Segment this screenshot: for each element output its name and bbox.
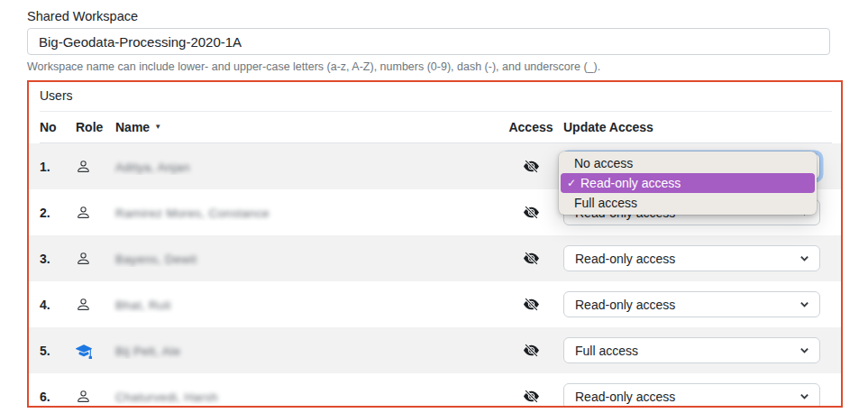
update-access-select[interactable]: Read-only access	[563, 383, 820, 408]
column-header-update-access: Update Access	[563, 120, 832, 134]
column-header-name-label: Name	[115, 120, 150, 134]
table-row: 5. Bij Pelt, Ale Full access	[29, 327, 841, 373]
row-number: 3.	[40, 252, 69, 266]
person-icon	[76, 389, 91, 404]
users-section-title: Users	[40, 88, 832, 103]
eye-slash-icon	[524, 389, 539, 404]
user-name-redacted: Bayens, Dewit	[115, 252, 196, 266]
column-header-role: Role	[69, 120, 106, 134]
update-access-select[interactable]: Full access	[563, 337, 820, 363]
row-number: 6.	[40, 390, 69, 404]
dropdown-option[interactable]: ✓Read-only access	[561, 173, 815, 193]
users-table-header: No Role Name ▼ Access Update Access	[40, 112, 832, 142]
person-icon	[76, 297, 91, 312]
workspace-name-help-text: Workspace name can include lower- and up…	[27, 60, 868, 74]
person-icon	[76, 205, 91, 220]
users-section: Users No Role Name ▼ Access Update Acces…	[27, 80, 843, 408]
eye-slash-icon	[524, 297, 539, 312]
row-number: 1.	[40, 160, 69, 174]
graduation-cap-icon	[76, 343, 92, 359]
row-number: 2.	[40, 206, 69, 220]
user-name-redacted: Ramirez Mores, Constance	[115, 206, 270, 220]
user-name-redacted: Bhat, Ruli	[115, 298, 171, 312]
eye-slash-icon	[524, 251, 539, 266]
column-header-no: No	[40, 120, 69, 134]
checkmark-icon: ✓	[567, 173, 576, 193]
users-table-body: 1. Aditya, Anjan Read-only access N	[40, 143, 832, 408]
column-header-name[interactable]: Name ▼	[106, 120, 498, 134]
eye-slash-icon	[524, 343, 539, 358]
chevron-down-icon	[799, 345, 809, 355]
chevron-down-icon	[799, 253, 809, 263]
chevron-down-icon	[799, 299, 809, 309]
user-name-redacted: Bij Pelt, Ale	[115, 344, 180, 358]
row-number: 5.	[40, 344, 69, 358]
workspace-name-label: Shared Workspace	[27, 7, 868, 25]
table-row: 4. Bhat, Ruli Read-only access	[29, 281, 841, 327]
shared-workspace-form: Shared Workspace Workspace name can incl…	[0, 0, 868, 408]
chevron-down-icon	[799, 391, 809, 401]
eye-slash-icon	[524, 159, 539, 174]
update-access-selected-value: Read-only access	[575, 252, 675, 266]
row-number: 4.	[40, 298, 69, 312]
update-access-selected-value: Read-only access	[575, 298, 675, 312]
table-row: 3. Bayens, Dewit Read-only access	[29, 235, 841, 281]
person-icon	[76, 251, 91, 266]
update-access-select[interactable]: Read-only access	[563, 291, 820, 317]
dropdown-option[interactable]: No access	[559, 153, 817, 173]
update-access-select[interactable]: Read-only access	[563, 245, 820, 271]
table-row: 6. Chaturvedi, Harsh Read-only access	[29, 373, 841, 408]
eye-slash-icon	[524, 205, 539, 220]
table-row: 1. Aditya, Anjan Read-only access N	[29, 143, 841, 189]
access-dropdown-menu: No access✓Read-only accessFull access	[559, 151, 817, 215]
update-access-selected-value: Full access	[575, 344, 638, 358]
sort-desc-icon: ▼	[154, 124, 161, 131]
user-name-redacted: Aditya, Anjan	[115, 161, 190, 174]
workspace-name-input[interactable]	[27, 28, 830, 55]
dropdown-option[interactable]: Full access	[559, 193, 817, 213]
user-name-redacted: Chaturvedi, Harsh	[115, 390, 218, 404]
column-header-access: Access	[498, 120, 563, 134]
update-access-selected-value: Read-only access	[575, 390, 675, 404]
person-icon	[76, 159, 91, 174]
